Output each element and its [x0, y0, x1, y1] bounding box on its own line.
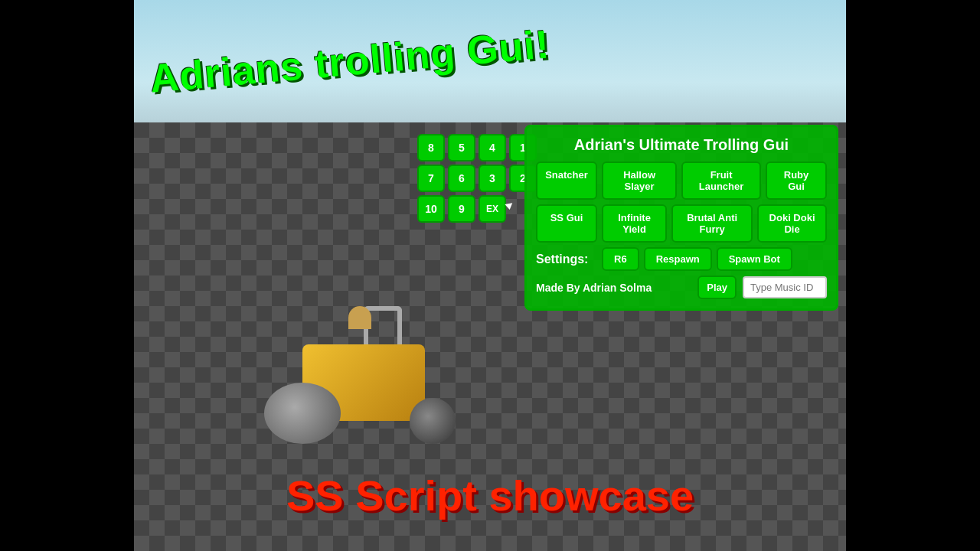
num-btn-3[interactable]: 3 [479, 165, 506, 192]
gui-title: Adrian's Ultimate Trolling Gui [536, 136, 827, 154]
footer-row: Made By Adrian Solma Play [536, 276, 827, 299]
made-by-label: Made By Adrian Solma [536, 282, 691, 294]
num-btn-7[interactable]: 7 [417, 165, 445, 192]
music-id-input[interactable] [743, 276, 827, 298]
roller-rear-wheel [410, 398, 456, 444]
btn-infinite-yield[interactable]: Infinite Yield [602, 204, 667, 243]
settings-label: Settings: [536, 253, 597, 266]
btn-doki-doki-die[interactable]: Doki Doki Die [757, 204, 827, 243]
btn-ruby-gui[interactable]: Ruby Gui [766, 161, 827, 200]
road-roller [256, 306, 471, 459]
num-btn-5[interactable]: 5 [448, 134, 475, 161]
bottom-text: SS Script showcase [286, 471, 694, 520]
num-btn-6[interactable]: 6 [448, 165, 475, 192]
btn-brutal-anti-furry[interactable]: Brutal Anti Furry [671, 204, 753, 243]
side-bar-right [846, 0, 980, 551]
settings-row: Settings: R6 Respawn Spawn Bot [536, 247, 827, 271]
num-btn-9[interactable]: 9 [448, 195, 475, 223]
btn-ss-gui[interactable]: SS Gui [536, 204, 597, 243]
number-panel: 8 5 4 1 7 6 3 2 10 9 EX [417, 134, 537, 223]
number-row-2: 7 6 3 2 [417, 165, 537, 192]
btn-spawn-bot[interactable]: Spawn Bot [717, 247, 792, 271]
game-scene: Adrians trolling Gui! 8 5 4 1 7 6 3 2 10… [134, 0, 846, 551]
roller-seat [348, 306, 371, 329]
play-button[interactable]: Play [697, 276, 737, 299]
gui-panel: Adrian's Ultimate Trolling Gui Snatcher … [524, 125, 838, 311]
gui-buttons-row-2: SS Gui Infinite Yield Brutal Anti Furry … [536, 204, 827, 243]
mouse-cursor [505, 203, 513, 210]
btn-r6[interactable]: R6 [602, 247, 639, 271]
gui-buttons-row-1: Snatcher Hallow Slayer Fruit Launcher Ru… [536, 161, 827, 200]
btn-fruit-launcher[interactable]: Fruit Launcher [681, 161, 761, 200]
btn-hallow-slayer[interactable]: Hallow Slayer [602, 161, 677, 200]
side-bar-left [0, 0, 134, 551]
vehicle-area [256, 306, 471, 459]
btn-snatcher[interactable]: Snatcher [536, 161, 597, 200]
num-btn-10[interactable]: 10 [417, 195, 445, 223]
btn-respawn[interactable]: Respawn [644, 247, 712, 271]
roller-drum [264, 383, 341, 444]
num-btn-ex[interactable]: EX [479, 195, 506, 223]
num-btn-4[interactable]: 4 [479, 134, 506, 161]
num-btn-8[interactable]: 8 [417, 134, 445, 161]
number-row-3: 10 9 EX [417, 195, 537, 223]
number-row-1: 8 5 4 1 [417, 134, 537, 161]
